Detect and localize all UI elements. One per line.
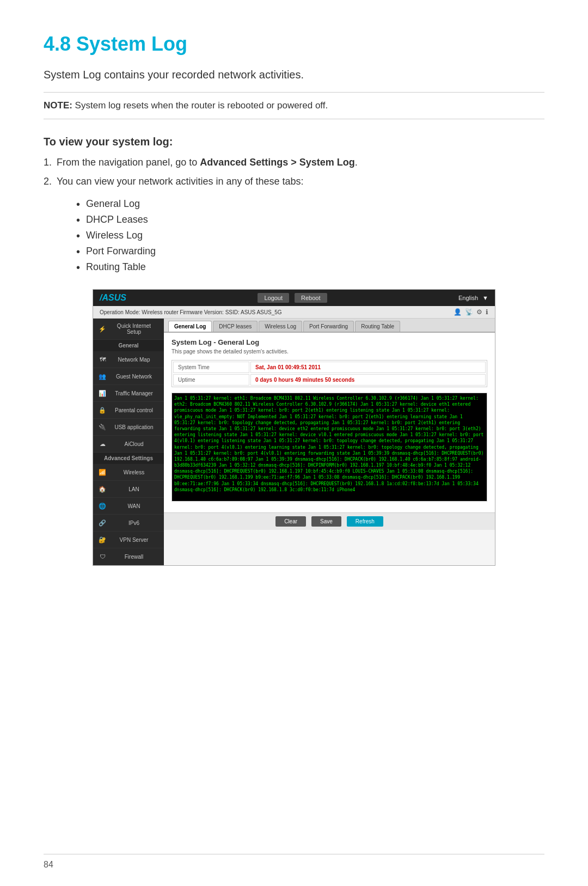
bullet-item: Wireless Log bbox=[76, 230, 544, 241]
step1-bold: Advanced Settings > System Log bbox=[200, 157, 355, 168]
sidebar-item-icon: ⚡ bbox=[99, 325, 106, 333]
info-label: System Time bbox=[173, 362, 249, 373]
sidebar-item-label: Guest Network bbox=[109, 374, 158, 380]
sidebar-item-label: Parental control bbox=[109, 407, 158, 413]
sidebar-item-icon: 📶 bbox=[99, 468, 106, 476]
info-value: Sat, Jan 01 00:49:51 2011 bbox=[250, 362, 486, 373]
info-row: Uptime0 days 0 hours 49 minutes 50 secon… bbox=[173, 374, 486, 386]
bullet-item: DHCP Leases bbox=[76, 214, 544, 225]
page-footer: 84 bbox=[44, 854, 544, 870]
settings-icon: ⚙ bbox=[476, 308, 482, 316]
bullet-item: Port Forwarding bbox=[76, 246, 544, 257]
sidebar-item-label: VPN Server bbox=[109, 537, 158, 543]
note-box: NOTE: System log resets when the router … bbox=[44, 92, 544, 119]
sidebar-item-label: Wireless bbox=[109, 469, 158, 475]
bullet-item: General Log bbox=[76, 198, 544, 210]
note-label: NOTE: bbox=[44, 100, 72, 111]
router-screenshot: /ASUS LogoutReboot English ▼ Operation M… bbox=[93, 289, 495, 566]
sidebar-item-icon: 🔐 bbox=[99, 536, 106, 543]
sidebar-item-label: Quick Internet Setup bbox=[109, 323, 158, 335]
subtitle: System Log contains your recorded networ… bbox=[44, 69, 544, 81]
sidebar-item[interactable]: 🔐VPN Server bbox=[93, 531, 164, 548]
sidebar-item[interactable]: 📶Wireless bbox=[93, 464, 164, 481]
router-tabs: General LogDHCP leasesWireless LogPort F… bbox=[164, 319, 495, 333]
router-content: System Log - General Log This page shows… bbox=[164, 333, 495, 512]
sidebar-item-icon: 🔒 bbox=[99, 406, 106, 414]
sidebar-item-icon: 🗺 bbox=[99, 356, 106, 363]
sidebar-item-label: Traffic Manager bbox=[109, 390, 158, 396]
sidebar-item[interactable]: 🗺Network Map bbox=[93, 351, 164, 368]
router-header: /ASUS LogoutReboot English ▼ bbox=[93, 290, 495, 306]
info-row: System TimeSat, Jan 01 00:49:51 2011 bbox=[173, 362, 486, 373]
sidebar-item-label: WAN bbox=[109, 503, 158, 509]
sidebar-item[interactable]: 🛡Firewall bbox=[93, 548, 164, 565]
section-heading: To view your system log: bbox=[44, 136, 544, 148]
sidebar-item[interactable]: 🌐WAN bbox=[93, 498, 164, 515]
router-status-icons: 👤 📡 ⚙ ℹ bbox=[454, 308, 488, 316]
sidebar-item[interactable]: ⚡Quick Internet Setup bbox=[93, 319, 164, 340]
note-text: System log resets when the router is reb… bbox=[72, 100, 328, 111]
network-icon: 📡 bbox=[465, 308, 473, 316]
sidebar-item-icon: 🔌 bbox=[99, 423, 106, 431]
router-header-right: English ▼ bbox=[458, 295, 488, 301]
router-tab[interactable]: Port Forwarding bbox=[303, 321, 354, 332]
sidebar-item[interactable]: 🏠LAN bbox=[93, 481, 164, 498]
info-label: Uptime bbox=[173, 374, 249, 386]
sidebar-section-label: General bbox=[93, 340, 164, 351]
router-content-subtitle: This page shows the detailed system's ac… bbox=[171, 349, 487, 355]
sidebar-item[interactable]: ☁AiCloud bbox=[93, 436, 164, 453]
asus-logo: /ASUS bbox=[100, 293, 126, 303]
router-action-button[interactable]: Save bbox=[311, 516, 341, 527]
page-title: 4.8 System Log bbox=[44, 33, 544, 56]
sidebar-item-icon: ☁ bbox=[99, 440, 106, 448]
router-sidebar: ⚡Quick Internet SetupGeneral🗺Network Map… bbox=[93, 319, 164, 565]
steps-list: 1. From the navigation panel, go to Adva… bbox=[44, 157, 544, 187]
info-icon: ℹ bbox=[486, 308, 488, 316]
sidebar-item-label: USB application bbox=[109, 424, 158, 430]
router-body: ⚡Quick Internet SetupGeneral🗺Network Map… bbox=[93, 319, 495, 565]
router-content-title: System Log - General Log bbox=[171, 338, 487, 346]
router-status-bar: Operation Mode: Wireless router Firmware… bbox=[93, 306, 495, 319]
router-header-buttons: LogoutReboot bbox=[258, 293, 327, 303]
router-action-button[interactable]: Refresh bbox=[347, 516, 383, 527]
router-tab[interactable]: DHCP leases bbox=[213, 321, 258, 332]
sidebar-item-icon: 👥 bbox=[99, 372, 106, 380]
router-tab[interactable]: Routing Table bbox=[355, 321, 400, 332]
sidebar-item-icon: 🏠 bbox=[99, 485, 106, 493]
sidebar-item[interactable]: 🔒Parental control bbox=[93, 402, 164, 419]
router-main: General LogDHCP leasesWireless LogPort F… bbox=[164, 319, 495, 565]
router-tab[interactable]: Wireless Log bbox=[259, 321, 302, 332]
step-2: 2. You can view your network activities … bbox=[44, 176, 544, 187]
sidebar-item[interactable]: 📊Traffic Manager bbox=[93, 385, 164, 402]
sidebar-item-label: Firewall bbox=[109, 554, 158, 560]
step-1: 1. From the navigation panel, go to Adva… bbox=[44, 157, 544, 168]
sidebar-item-label: LAN bbox=[109, 486, 158, 492]
sidebar-item-icon: 🌐 bbox=[99, 502, 106, 510]
sidebar-item[interactable]: 🔌USB application bbox=[93, 419, 164, 436]
sidebar-item-label: Network Map bbox=[109, 357, 158, 363]
header-button[interactable]: Reboot bbox=[295, 293, 327, 303]
bullet-item: Routing Table bbox=[76, 261, 544, 273]
info-value: 0 days 0 hours 49 minutes 50 seconds bbox=[250, 374, 486, 386]
bullet-list: General LogDHCP LeasesWireless LogPort F… bbox=[44, 198, 544, 273]
router-action-button[interactable]: Clear bbox=[275, 516, 306, 527]
sidebar-section-label: Advanced Settings bbox=[93, 453, 164, 464]
sidebar-item-label: AiCloud bbox=[109, 441, 158, 447]
sidebar-item[interactable]: 🔗IPv6 bbox=[93, 515, 164, 531]
sidebar-item[interactable]: 👥Guest Network bbox=[93, 368, 164, 385]
header-button[interactable]: Logout bbox=[258, 293, 289, 303]
router-buttons: ClearSaveRefresh bbox=[164, 512, 495, 530]
sidebar-item-label: IPv6 bbox=[109, 520, 158, 526]
page-number: 84 bbox=[44, 860, 53, 869]
log-area[interactable]: Jan 1 05:31:27 kernel: eth1: Broadcom BC… bbox=[171, 393, 487, 502]
sidebar-item-icon: 📊 bbox=[99, 389, 106, 397]
router-info-table: System TimeSat, Jan 01 00:49:51 2011Upti… bbox=[171, 360, 487, 387]
status-text: Operation Mode: Wireless router Firmware… bbox=[100, 309, 282, 315]
router-tab[interactable]: General Log bbox=[168, 321, 212, 332]
sidebar-item-icon: 🔗 bbox=[99, 519, 106, 527]
user-icon: 👤 bbox=[454, 308, 462, 316]
sidebar-item-icon: 🛡 bbox=[99, 553, 106, 560]
